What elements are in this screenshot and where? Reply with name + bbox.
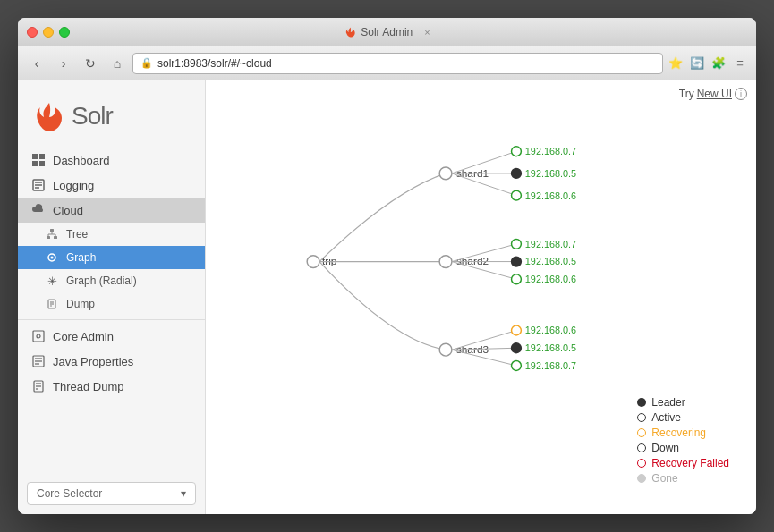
tree-icon (45, 227, 59, 241)
sidebar-subitem-tree[interactable]: Tree (18, 223, 205, 246)
shard1-node (439, 167, 452, 180)
graph-icon (45, 250, 59, 265)
legend-item-recovery-failed: Recovery Failed (637, 457, 729, 469)
sidebar-subitem-graph[interactable]: Graph (18, 246, 205, 269)
tab-close-icon[interactable]: × (424, 27, 430, 38)
graph-area: trip shard1 192.168.0.7 (206, 80, 756, 514)
s2-n3-ip: 192.168.0.6 (525, 274, 576, 284)
root-node (307, 256, 319, 268)
maximize-button[interactable] (59, 27, 70, 38)
s1-n3-node (512, 190, 522, 200)
core-admin-icon (31, 329, 46, 343)
legend-label-leader: Leader (651, 396, 685, 409)
legend-label-recovery-failed: Recovery Failed (651, 457, 729, 469)
legend-item-gone: Gone (637, 472, 729, 485)
thread-dump-label: Thread Dump (53, 380, 123, 393)
s3-n2-ip: 192.168.0.5 (525, 342, 576, 353)
dump-label: Dump (66, 298, 95, 310)
legend-item-down: Down (637, 442, 729, 454)
legend-label-down: Down (651, 442, 679, 454)
sidebar-subitem-graph-radial[interactable]: ✳ Graph (Radial) (18, 269, 205, 292)
dashboard-label: Dashboard (53, 154, 110, 167)
core-selector-dropdown[interactable]: Core Selector ▾ (27, 482, 196, 505)
legend-item-recovering: Recovering (637, 426, 729, 439)
solr-logo: Solr (31, 98, 113, 134)
logging-label: Logging (53, 179, 94, 192)
close-button[interactable] (27, 27, 38, 38)
cloud-icon (31, 203, 46, 217)
s3-n2-node (512, 343, 522, 353)
main-area: Solr Dashboard Logging Cloud (18, 80, 756, 514)
dump-icon (45, 297, 59, 311)
sidebar-item-dashboard[interactable]: Dashboard (18, 148, 205, 173)
sidebar: Solr Dashboard Logging Cloud (18, 80, 206, 514)
extensions-icon[interactable]: 🧩 (710, 55, 727, 72)
s3-n3-ip: 192.168.0.7 (525, 360, 576, 371)
s1-n2-node (512, 168, 522, 178)
dashboard-icon (31, 153, 46, 167)
logging-icon (31, 178, 46, 192)
svg-rect-8 (50, 229, 54, 232)
forward-button[interactable]: › (52, 53, 75, 74)
graph-label: Graph (66, 251, 96, 264)
s2-n2-node (512, 257, 522, 266)
url-bar[interactable]: 🔒 solr1:8983/solr/#/~cloud (132, 53, 663, 74)
legend-dot-down (637, 443, 646, 452)
core-admin-label: Core Admin (53, 330, 114, 343)
sidebar-item-thread-dump[interactable]: Thread Dump (18, 374, 205, 399)
svg-rect-1 (39, 154, 45, 159)
refresh-button[interactable]: ↻ (79, 53, 102, 74)
svg-point-22 (37, 334, 40, 338)
minimize-button[interactable] (43, 27, 54, 38)
bookmark-icon[interactable]: ⭐ (667, 55, 685, 72)
graph-svg: trip shard1 192.168.0.7 (206, 103, 756, 429)
line-to-shard1 (319, 173, 446, 262)
sync-icon[interactable]: 🔄 (688, 55, 706, 72)
legend-item-active: Active (637, 411, 729, 424)
logo-area: Solr (18, 89, 205, 148)
legend-dot-leader (637, 398, 646, 407)
window-title: Solr Admin × (344, 26, 430, 38)
graph-radial-label: Graph (Radial) (66, 274, 137, 287)
svg-rect-9 (47, 236, 50, 239)
line-to-shard3 (319, 262, 446, 350)
divider-1 (18, 319, 205, 320)
svg-point-16 (51, 257, 54, 259)
legend-dot-active (637, 413, 646, 422)
back-button[interactable]: ‹ (25, 53, 48, 74)
s1-n1-node (512, 147, 522, 156)
browser-toolbar: ‹ › ↻ ⌂ 🔒 solr1:8983/solr/#/~cloud ⭐ 🔄 🧩… (18, 46, 756, 80)
svg-rect-2 (32, 161, 38, 166)
s2-n1-ip: 192.168.0.7 (525, 239, 576, 249)
thread-dump-icon (31, 379, 46, 393)
legend-dot-recovering (637, 428, 646, 437)
content-area: Try New UI i trip shard1 (206, 80, 756, 514)
s1-n2-ip: 192.168.0.5 (525, 168, 576, 179)
window-buttons (27, 27, 70, 38)
shard2-node (439, 256, 452, 268)
svg-rect-10 (54, 236, 57, 239)
legend-item-leader: Leader (637, 396, 729, 409)
favicon-icon (344, 26, 356, 38)
legend-label-recovering: Recovering (651, 426, 706, 439)
sidebar-item-core-admin[interactable]: Core Admin (18, 324, 205, 349)
s2-n2-ip: 192.168.0.5 (525, 257, 576, 267)
s3-n1-ip: 192.168.0.6 (525, 325, 576, 335)
legend: Leader Active Recovering Down (637, 396, 729, 487)
s2-n1-node (512, 239, 522, 249)
menu-icon[interactable]: ≡ (731, 55, 749, 72)
svg-rect-0 (32, 154, 38, 159)
sidebar-item-logging[interactable]: Logging (18, 173, 205, 198)
s2-n3-node (512, 274, 522, 284)
svg-rect-3 (39, 161, 45, 166)
sidebar-subitem-dump[interactable]: Dump (18, 292, 205, 316)
java-properties-icon (31, 354, 46, 368)
s3-n3-node (512, 361, 522, 371)
toolbar-right: ⭐ 🔄 🧩 ≡ (667, 55, 749, 72)
s3-n1-node (512, 325, 522, 335)
sidebar-item-java-properties[interactable]: Java Properties (18, 349, 205, 374)
cloud-label: Cloud (53, 204, 83, 217)
sidebar-item-cloud[interactable]: Cloud (18, 198, 205, 223)
s1-n3-ip: 192.168.0.6 (525, 190, 576, 201)
home-button[interactable]: ⌂ (106, 53, 129, 74)
